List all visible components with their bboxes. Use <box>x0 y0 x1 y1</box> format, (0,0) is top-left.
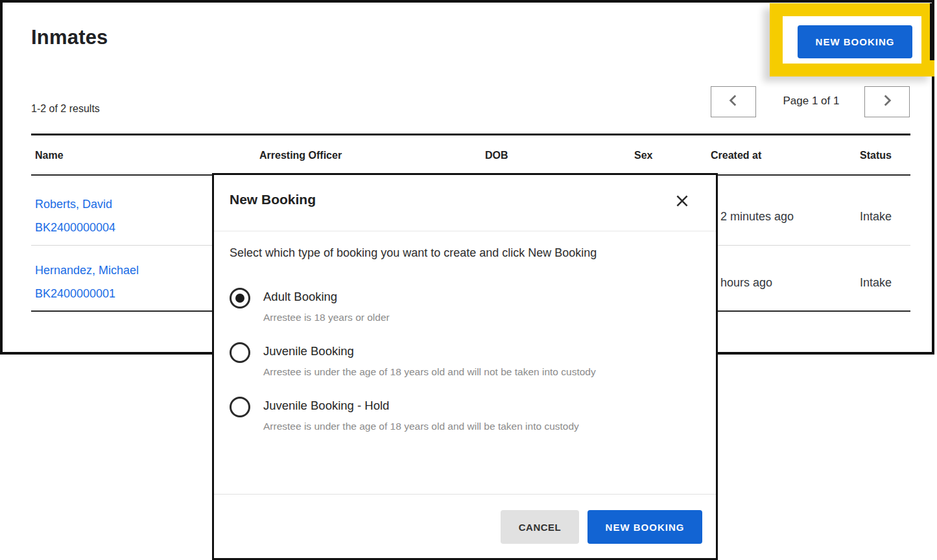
cancel-button[interactable]: CANCEL <box>501 510 579 544</box>
modal-close-button[interactable] <box>673 193 691 211</box>
card-border-fragment <box>930 3 934 60</box>
radio-dot <box>235 294 244 303</box>
option-label[interactable]: Adult Booking <box>263 290 337 304</box>
table-top-border <box>31 134 910 135</box>
results-summary: 1-2 of 2 results <box>31 103 100 115</box>
column-header-sex[interactable]: Sex <box>634 150 652 161</box>
status-cell: Intake <box>860 210 892 224</box>
radio-juvenile-booking[interactable] <box>230 342 250 363</box>
chevron-right-icon <box>879 92 895 111</box>
modal-lead-text: Select which type of booking you want to… <box>230 246 597 260</box>
pagination-label: Page 1 of 1 <box>769 95 853 108</box>
pagination-prev-button[interactable] <box>711 86 756 117</box>
close-icon <box>674 192 691 212</box>
column-header-created-at[interactable]: Created at <box>711 150 761 161</box>
modal-title: New Booking <box>230 192 316 207</box>
option-description: Arrestee is under the age of 18 years ol… <box>263 366 596 378</box>
inmate-name-link[interactable]: Roberts, David <box>35 198 112 211</box>
status-cell: Intake <box>860 276 892 290</box>
created-at-cell: 2 minutes ago <box>720 210 794 224</box>
page-title: Inmates <box>31 26 108 49</box>
chevron-left-icon <box>725 92 742 111</box>
column-header-dob[interactable]: DOB <box>485 150 508 161</box>
highlight-annotation-box: NEW BOOKING <box>770 3 934 76</box>
column-header-name[interactable]: Name <box>35 150 64 161</box>
pagination-next-button[interactable] <box>864 86 910 117</box>
booking-number-link[interactable]: BK2400000001 <box>35 287 115 301</box>
option-description: Arrestee is under the age of 18 years ol… <box>263 421 579 432</box>
option-label[interactable]: Juvenile Booking - Hold <box>263 399 389 413</box>
option-description: Arrestee is 18 years or older <box>263 312 390 323</box>
radio-adult-booking[interactable] <box>230 288 250 309</box>
modal-new-booking-button[interactable]: NEW BOOKING <box>587 510 702 544</box>
column-header-status[interactable]: Status <box>860 150 892 161</box>
modal-footer-divider <box>214 494 716 495</box>
new-booking-modal: New Booking Select which type of booking… <box>212 173 718 560</box>
screenshot-stage: Inmates 1-2 of 2 results Page 1 of 1 Nam… <box>0 0 937 560</box>
modal-header-divider <box>214 231 716 231</box>
radio-juvenile-booking-hold[interactable] <box>230 397 250 417</box>
booking-number-link[interactable]: BK2400000004 <box>35 221 115 235</box>
created-at-cell: hours ago <box>720 276 772 290</box>
option-label[interactable]: Juvenile Booking <box>263 344 354 358</box>
inmate-name-link[interactable]: Hernandez, Michael <box>35 264 139 277</box>
new-booking-button[interactable]: NEW BOOKING <box>798 25 912 58</box>
column-header-arresting-officer[interactable]: Arresting Officer <box>259 150 342 161</box>
